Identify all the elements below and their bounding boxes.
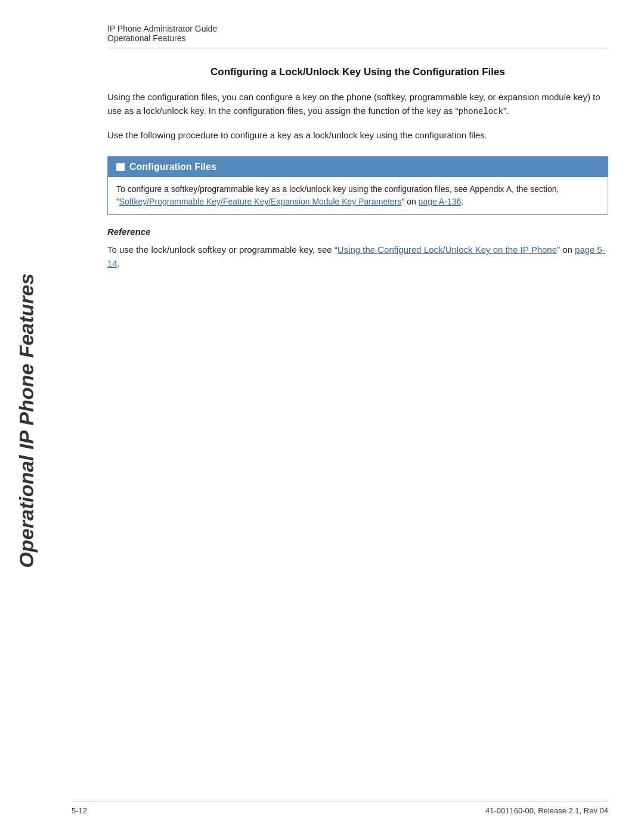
- ref-para-prefix: To use the lock/unlock softkey or progra…: [107, 244, 338, 255]
- config-box-title: Configuration Files: [129, 162, 216, 172]
- config-box-icon: [116, 163, 125, 171]
- config-box-body: To configure a softkey/programmable key …: [108, 177, 608, 214]
- footer-page-number: 5-12: [72, 806, 87, 815]
- section-heading: Configuring a Lock/Unlock Key Using the …: [107, 66, 608, 78]
- using-configured-link[interactable]: Using the Configured Lock/Unlock Key on …: [338, 244, 557, 255]
- page-a136-link[interactable]: page A-136: [419, 197, 462, 206]
- para1-text-suffix: ”.: [503, 106, 509, 116]
- ref-para-middle: ” on: [557, 244, 575, 255]
- intro-paragraph: Using the configuration files, you can c…: [107, 90, 608, 119]
- header-section-title: Operational Features: [107, 33, 608, 43]
- page-header: IP Phone Administrator Guide Operational…: [107, 24, 608, 48]
- sidebar-text: Operational IP Phone Features: [16, 273, 39, 568]
- reference-label: Reference: [107, 227, 608, 237]
- softkey-params-link[interactable]: Softkey/Programmable Key/Feature Key/Exp…: [119, 197, 402, 206]
- ref-para-end: .: [117, 258, 120, 268]
- main-content: IP Phone Administrator Guide Operational…: [72, 0, 644, 833]
- page-footer: 5-12 41-001160-00, Release 2.1, Rev 04: [72, 801, 608, 815]
- header-guide-title: IP Phone Administrator Guide: [107, 24, 608, 33]
- config-box-header: Configuration Files: [108, 157, 608, 177]
- reference-paragraph: To use the lock/unlock softkey or progra…: [107, 243, 608, 271]
- phonelock-code: phonelock: [458, 107, 503, 116]
- para1-text-prefix: Using the configuration files, you can c…: [107, 92, 600, 116]
- config-body-middle: ” on: [402, 197, 419, 206]
- configuration-files-box: Configuration Files To configure a softk…: [107, 156, 608, 215]
- procedure-paragraph: Use the following procedure to configure…: [107, 128, 608, 142]
- config-body-end: .: [461, 197, 463, 206]
- footer-document-info: 41-001160-00, Release 2.1, Rev 04: [485, 806, 608, 815]
- sidebar-wrapper: Operational IP Phone Features: [0, 48, 54, 793]
